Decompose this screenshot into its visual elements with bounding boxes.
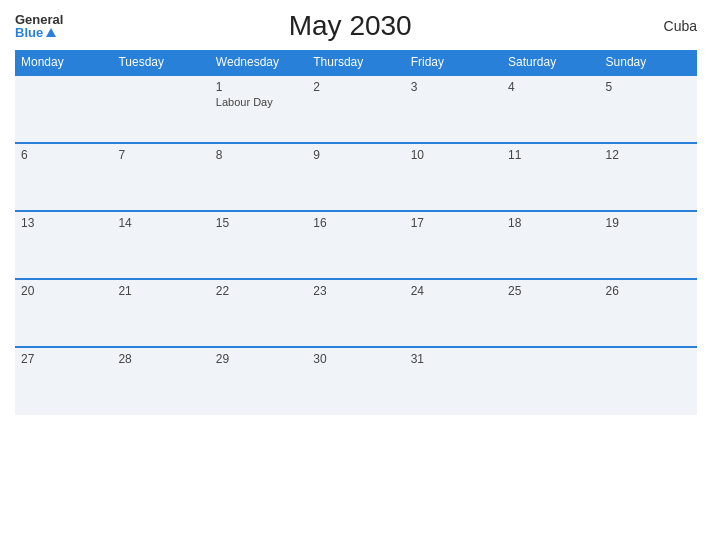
calendar-cell: 28 xyxy=(112,347,209,415)
calendar-cell: 12 xyxy=(600,143,697,211)
calendar-cell: 22 xyxy=(210,279,307,347)
calendar-cell xyxy=(502,347,599,415)
calendar-cell: 2 xyxy=(307,75,404,143)
header-saturday: Saturday xyxy=(502,50,599,75)
calendar-cell: 3 xyxy=(405,75,502,143)
calendar-cell: 16 xyxy=(307,211,404,279)
calendar-table: Monday Tuesday Wednesday Thursday Friday… xyxy=(15,50,697,415)
calendar-cell: 6 xyxy=(15,143,112,211)
header-thursday: Thursday xyxy=(307,50,404,75)
logo-blue-text: Blue xyxy=(15,26,56,39)
calendar-cell: 10 xyxy=(405,143,502,211)
calendar-cell: 1Labour Day xyxy=(210,75,307,143)
calendar-cell: 8 xyxy=(210,143,307,211)
day-number: 18 xyxy=(508,216,593,230)
header-friday: Friday xyxy=(405,50,502,75)
day-number: 11 xyxy=(508,148,593,162)
day-number: 27 xyxy=(21,352,106,366)
day-number: 26 xyxy=(606,284,691,298)
calendar-cell: 25 xyxy=(502,279,599,347)
calendar-page: General Blue May 2030 Cuba Monday Tuesda… xyxy=(0,0,712,550)
calendar-cell: 27 xyxy=(15,347,112,415)
day-number: 10 xyxy=(411,148,496,162)
calendar-cell xyxy=(15,75,112,143)
calendar-cell: 21 xyxy=(112,279,209,347)
logo-triangle-icon xyxy=(46,28,56,37)
day-number: 14 xyxy=(118,216,203,230)
calendar-week-row: 6789101112 xyxy=(15,143,697,211)
calendar-cell: 18 xyxy=(502,211,599,279)
calendar-title: May 2030 xyxy=(63,10,637,42)
calendar-week-row: 1Labour Day2345 xyxy=(15,75,697,143)
day-number: 1 xyxy=(216,80,301,94)
calendar-cell: 14 xyxy=(112,211,209,279)
day-number: 15 xyxy=(216,216,301,230)
day-number: 22 xyxy=(216,284,301,298)
calendar-cell xyxy=(112,75,209,143)
calendar-cell: 19 xyxy=(600,211,697,279)
calendar-cell: 17 xyxy=(405,211,502,279)
header-wednesday: Wednesday xyxy=(210,50,307,75)
day-number: 16 xyxy=(313,216,398,230)
day-number: 9 xyxy=(313,148,398,162)
calendar-cell: 31 xyxy=(405,347,502,415)
calendar-cell: 4 xyxy=(502,75,599,143)
calendar-cell: 9 xyxy=(307,143,404,211)
calendar-cell: 13 xyxy=(15,211,112,279)
calendar-week-row: 2728293031 xyxy=(15,347,697,415)
day-number: 5 xyxy=(606,80,691,94)
day-number: 20 xyxy=(21,284,106,298)
calendar-cell: 26 xyxy=(600,279,697,347)
calendar-cell: 5 xyxy=(600,75,697,143)
day-number: 6 xyxy=(21,148,106,162)
calendar-cell: 20 xyxy=(15,279,112,347)
day-number: 13 xyxy=(21,216,106,230)
day-number: 3 xyxy=(411,80,496,94)
day-number: 4 xyxy=(508,80,593,94)
header-sunday: Sunday xyxy=(600,50,697,75)
logo: General Blue xyxy=(15,13,63,39)
day-number: 31 xyxy=(411,352,496,366)
day-number: 12 xyxy=(606,148,691,162)
calendar-cell: 15 xyxy=(210,211,307,279)
country-label: Cuba xyxy=(637,18,697,34)
day-number: 21 xyxy=(118,284,203,298)
calendar-week-row: 13141516171819 xyxy=(15,211,697,279)
header-monday: Monday xyxy=(15,50,112,75)
day-number: 17 xyxy=(411,216,496,230)
days-header-row: Monday Tuesday Wednesday Thursday Friday… xyxy=(15,50,697,75)
day-number: 29 xyxy=(216,352,301,366)
day-number: 23 xyxy=(313,284,398,298)
day-number: 8 xyxy=(216,148,301,162)
day-number: 24 xyxy=(411,284,496,298)
calendar-cell: 7 xyxy=(112,143,209,211)
calendar-cell: 24 xyxy=(405,279,502,347)
day-number: 19 xyxy=(606,216,691,230)
calendar-week-row: 20212223242526 xyxy=(15,279,697,347)
header-tuesday: Tuesday xyxy=(112,50,209,75)
calendar-cell: 11 xyxy=(502,143,599,211)
calendar-header: General Blue May 2030 Cuba xyxy=(15,10,697,42)
calendar-cell: 30 xyxy=(307,347,404,415)
day-number: 30 xyxy=(313,352,398,366)
calendar-cell xyxy=(600,347,697,415)
day-number: 25 xyxy=(508,284,593,298)
calendar-cell: 23 xyxy=(307,279,404,347)
day-number: 7 xyxy=(118,148,203,162)
day-number: 28 xyxy=(118,352,203,366)
day-number: 2 xyxy=(313,80,398,94)
calendar-cell: 29 xyxy=(210,347,307,415)
holiday-name: Labour Day xyxy=(216,96,301,108)
